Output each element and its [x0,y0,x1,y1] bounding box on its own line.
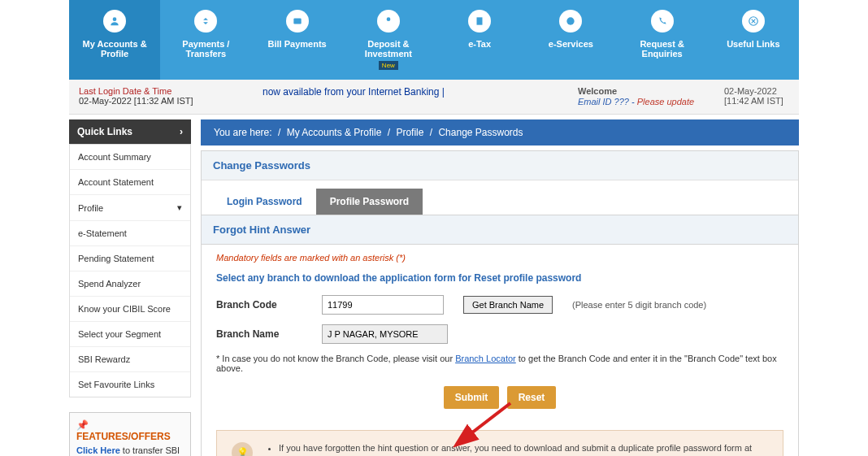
ql-cibil-score[interactable]: Know your CIBIL Score [70,297,190,322]
nav-useful-links[interactable]: Useful Links [708,0,799,80]
chevron-right-icon: › [180,126,183,137]
svg-rect-3 [477,17,483,24]
tax-icon [468,10,491,33]
branch-code-input[interactable] [322,295,444,315]
section-title: Forgot Hint Answer [202,215,798,245]
ql-spend-analyzer[interactable]: Spend Analyzer [70,271,190,297]
mandatory-note: Mandatory fields are marked with an aste… [216,253,783,263]
top-navigation: My Accounts & Profile Payments / Transfe… [69,0,799,80]
branch-code-label: Branch Code [216,299,322,311]
tab-profile-password[interactable]: Profile Password [316,189,423,215]
breadcrumb-change-passwords: Change Passwords [438,127,523,138]
lightbulb-icon: 💡 [232,442,253,456]
services-icon [559,10,582,33]
nav-request[interactable]: Request & Enquiries [617,0,708,80]
branch-code-hint: (Please enter 5 digit branch code) [572,300,706,310]
welcome-block: Welcome Email ID ??? - Please update [571,80,718,114]
select-branch-heading: Select any branch to download the applic… [216,272,783,284]
ql-account-statement[interactable]: Account Statement [70,170,190,195]
reset-button[interactable]: Reset [507,386,557,409]
ql-estatement[interactable]: e-Statement [70,221,190,246]
person-icon [103,10,126,33]
info-bar: Last Login Date & Time 02-May-2022 [11:3… [69,80,799,115]
ql-favourite-links[interactable]: Set Favourite Links [70,372,190,397]
panel-title: Change Passwords [202,151,798,180]
marquee-text: now available from your Internet Banking… [256,80,571,114]
bill-icon [286,10,309,33]
nav-eservices[interactable]: e-Services [525,0,616,80]
nav-bill-payments[interactable]: Bill Payments [252,0,343,80]
last-login-block: Last Login Date & Time 02-May-2022 [11:3… [69,80,256,114]
pin-icon: 📌 [76,419,89,431]
svg-rect-1 [293,19,301,24]
ql-select-segment[interactable]: Select your Segment [70,322,190,347]
svg-point-0 [113,17,117,21]
branch-name-input [322,324,448,344]
new-badge: New [379,61,398,70]
deposit-icon [377,10,400,33]
quicklinks-header[interactable]: Quick Links › [69,119,191,144]
ql-profile[interactable]: Profile▾ [70,195,190,221]
transfer-icon [194,10,217,33]
branch-locator-note: * In case you do not know the Branch Cod… [216,354,783,373]
tab-login-password[interactable]: Login Password [213,189,316,215]
nav-deposit[interactable]: Deposit & Investment New [343,0,434,80]
caret-down-icon: ▾ [177,202,182,213]
ql-account-summary[interactable]: Account Summary [70,145,190,170]
svg-point-2 [387,17,391,21]
info-item-1: If you have forgotten the hint question … [279,442,768,456]
nav-payments[interactable]: Payments / Transfers [160,0,251,80]
branch-name-label: Branch Name [216,328,322,340]
breadcrumb-profile[interactable]: Profile [396,127,423,138]
phone-icon [651,10,674,33]
breadcrumb-accounts[interactable]: My Accounts & Profile [287,127,382,138]
ql-pending-statement[interactable]: Pending Statement [70,246,190,271]
click-here-link[interactable]: Click Here [76,445,120,455]
submit-button[interactable]: Submit [444,386,500,409]
get-branch-name-button[interactable]: Get Branch Name [463,296,553,314]
ql-sbi-rewardz[interactable]: SBI Rewardz [70,347,190,372]
features-offers-box: 📌 FEATURES/OFFERS Click Here to transfer… [69,412,191,456]
nav-my-accounts[interactable]: My Accounts & Profile [69,0,160,80]
links-icon [742,10,765,33]
branch-locator-link[interactable]: Branch Locator [455,354,516,363]
svg-point-4 [567,17,575,24]
password-tabs: Login Password Profile Password [202,180,798,215]
breadcrumb: You are here: / My Accounts & Profile / … [201,119,799,145]
change-passwords-panel: Change Passwords Login Password Profile … [201,150,799,456]
quicklinks-list: Account Summary Account Statement Profil… [69,144,191,397]
nav-etax[interactable]: e-Tax [434,0,525,80]
current-time-block: 02-May-2022 [11:42 AM IST] [718,80,799,114]
info-box: 💡 If you have forgotten the hint questio… [216,430,783,456]
